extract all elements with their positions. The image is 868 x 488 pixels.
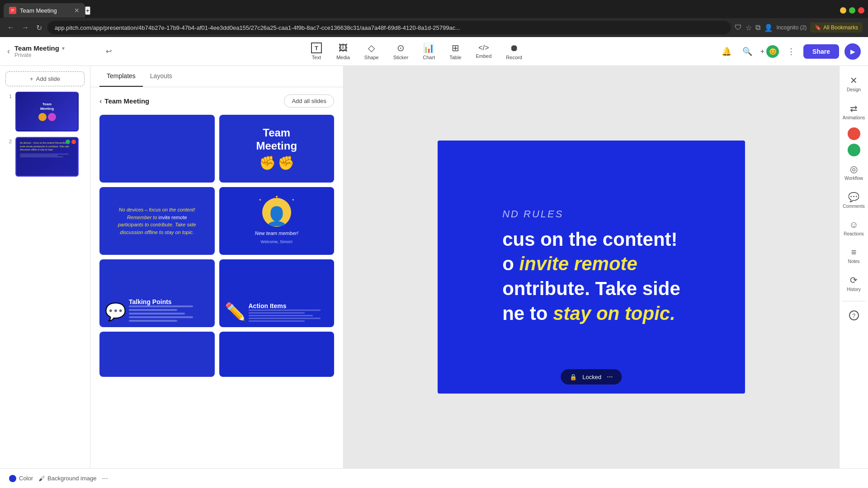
toolbar-right: 🔔 🔍 + 😊 ⋮ Share ▶ bbox=[719, 43, 861, 60]
bottom-background-item[interactable]: 🖌 Background image bbox=[38, 475, 96, 482]
sidebar-divider bbox=[842, 301, 865, 301]
share-button[interactable]: Share bbox=[803, 44, 839, 59]
sticker-icon: ⊙ bbox=[397, 42, 405, 53]
right-sidebar: ✕ Design ⇄ Animations ◎ Workflow 💬 Comme… bbox=[839, 66, 868, 468]
maximize-button[interactable] bbox=[849, 7, 855, 14]
action-lines bbox=[249, 310, 329, 322]
add-slide-button[interactable]: + Add slide bbox=[5, 71, 85, 86]
active-tab[interactable]: P Team Meeting ✕ bbox=[4, 3, 85, 18]
new-tab-button[interactable]: + bbox=[85, 6, 90, 15]
tab-layouts[interactable]: Layouts bbox=[143, 66, 179, 87]
incognito-icon: 👤 bbox=[764, 23, 773, 32]
canvas-line4-normal: ne to bbox=[502, 303, 553, 324]
slide-thumbnail-1[interactable]: TeamMeeting bbox=[15, 92, 79, 131]
slide-canvas[interactable]: ND RULES cus on the content! o invite re… bbox=[438, 141, 745, 394]
add-slide-label: Add slide bbox=[36, 75, 60, 82]
extensions-icon[interactable]: ⧉ bbox=[755, 23, 760, 32]
action-items-left: ✏️ bbox=[225, 302, 246, 322]
tab-templates[interactable]: Templates bbox=[99, 66, 143, 87]
tab-title: Team Meeting bbox=[20, 7, 57, 14]
template-card-talking-points[interactable]: 💬 Talking Points bbox=[99, 259, 215, 327]
bookmark-label: All Bookmarks bbox=[823, 24, 858, 31]
sidebar-item-animations[interactable]: ⇄ Animations bbox=[841, 99, 867, 124]
bottom-color-item[interactable]: Color bbox=[9, 475, 33, 482]
notifications-button[interactable]: 🔔 bbox=[719, 44, 734, 59]
canvas-subtitle: ND RULES bbox=[502, 208, 680, 220]
close-button[interactable] bbox=[858, 7, 864, 14]
template-card-cover[interactable]: TeamMeeting ✊ ✊ bbox=[219, 115, 335, 183]
tool-text-label: Text bbox=[312, 55, 321, 60]
workflow-icon: ◎ bbox=[850, 164, 858, 174]
canvas-line3: ontribute. Take side bbox=[502, 277, 680, 301]
sidebar-item-help[interactable]: ? bbox=[841, 307, 867, 324]
back-nav-button[interactable]: ← bbox=[5, 22, 16, 33]
template-card-new-member[interactable]: 👤 ✦ ✦ ✦ New team member! Welcome, Simon! bbox=[219, 187, 335, 255]
record-icon: ⏺ bbox=[509, 43, 519, 53]
background-label: Background image bbox=[47, 475, 96, 482]
tab-close-icon[interactable]: ✕ bbox=[74, 7, 80, 14]
template-card-more-1[interactable] bbox=[99, 332, 215, 377]
recording-green-button[interactable] bbox=[848, 144, 860, 156]
canvas-area: ND RULES cus on the content! o invite re… bbox=[344, 66, 839, 468]
action-line-2 bbox=[249, 312, 305, 314]
slide-thumbnail-2[interactable]: No devices – focus on the content! Remem… bbox=[15, 137, 79, 177]
tool-table[interactable]: ⊞ Table bbox=[443, 40, 467, 63]
paint-brush-icon: 🖌 bbox=[38, 475, 45, 482]
incognito-label: Incognito (2) bbox=[777, 24, 807, 31]
star-icon[interactable]: ☆ bbox=[745, 23, 752, 32]
tool-record-label: Record bbox=[506, 55, 522, 60]
tool-chart[interactable]: 📊 Chart bbox=[416, 40, 441, 63]
toolbar: ‹ Team Meeting ▾ Private ↩ T Text 🖼 Medi… bbox=[0, 37, 868, 66]
color-swatch bbox=[9, 475, 16, 482]
toolbar-left: ‹ Team Meeting ▾ Private bbox=[7, 44, 98, 58]
tool-embed[interactable]: </> Embed bbox=[470, 41, 498, 61]
template-back-button[interactable]: ‹ Team Meeting bbox=[99, 97, 149, 105]
sidebar-item-design[interactable]: ✕ Design bbox=[841, 71, 867, 96]
sidebar-item-comments[interactable]: 💬 Comments bbox=[841, 188, 867, 212]
recording-red-button[interactable] bbox=[848, 127, 860, 140]
rules-text: No devices – focus on the content! Remem… bbox=[118, 206, 196, 236]
title-dropdown-icon[interactable]: ▾ bbox=[62, 45, 65, 52]
add-collaborator-button[interactable]: + 😊 bbox=[760, 45, 779, 58]
tool-shape[interactable]: ◇ Shape bbox=[358, 40, 385, 63]
action-line-1 bbox=[249, 310, 321, 311]
search-button[interactable]: 🔍 bbox=[740, 44, 755, 59]
action-line-5 bbox=[249, 320, 305, 322]
sidebar-item-history[interactable]: ⟳ History bbox=[841, 271, 867, 296]
presentation-title: Team Meeting bbox=[14, 44, 59, 52]
more-options-button[interactable]: ⋮ bbox=[784, 44, 798, 59]
canvas-line4: ne to stay on topic. bbox=[502, 301, 680, 326]
design-icon: ✕ bbox=[850, 75, 858, 86]
notes-label: Notes bbox=[848, 259, 859, 264]
tool-sticker[interactable]: ⊙ Sticker bbox=[387, 40, 415, 63]
template-card-more-2[interactable] bbox=[219, 332, 335, 377]
green-indicator bbox=[66, 140, 70, 144]
address-input[interactable] bbox=[47, 21, 731, 34]
minimize-button[interactable] bbox=[840, 7, 846, 14]
bottom-more-button[interactable]: ··· bbox=[102, 474, 108, 483]
play-presentation-button[interactable]: ▶ bbox=[844, 43, 861, 60]
template-card-rules[interactable]: No devices – focus on the content! Remem… bbox=[99, 187, 215, 255]
sidebar-item-workflow[interactable]: ◎ Workflow bbox=[841, 160, 867, 184]
locked-more-button[interactable]: ··· bbox=[607, 373, 613, 381]
template-card-blank[interactable] bbox=[99, 115, 215, 183]
back-chevron-icon: ‹ bbox=[99, 97, 102, 105]
action-line-4 bbox=[249, 318, 321, 319]
undo-button[interactable]: ↩ bbox=[103, 44, 114, 58]
add-all-slides-button[interactable]: Add all slides bbox=[284, 94, 334, 108]
line-5 bbox=[129, 320, 177, 322]
tool-text[interactable]: T Text bbox=[305, 40, 328, 63]
sidebar-item-notes[interactable]: ≡ Notes bbox=[841, 244, 867, 267]
refresh-button[interactable]: ↻ bbox=[34, 22, 44, 34]
tab-favicon: P bbox=[9, 7, 16, 14]
animations-label: Animations bbox=[843, 115, 865, 120]
forward-nav-button[interactable]: → bbox=[20, 22, 31, 33]
recording-indicators bbox=[66, 140, 76, 144]
back-button[interactable]: ‹ bbox=[7, 47, 10, 56]
tool-media[interactable]: 🖼 Media bbox=[330, 40, 356, 63]
help-icon: ? bbox=[849, 310, 859, 320]
sidebar-item-reactions[interactable]: ☺ Reactions bbox=[841, 216, 867, 240]
template-card-action-items[interactable]: ✏️ Action Items bbox=[219, 259, 335, 327]
all-bookmarks-button[interactable]: 🔖 All Bookmarks bbox=[810, 23, 863, 33]
tool-record[interactable]: ⏺ Record bbox=[500, 40, 528, 63]
